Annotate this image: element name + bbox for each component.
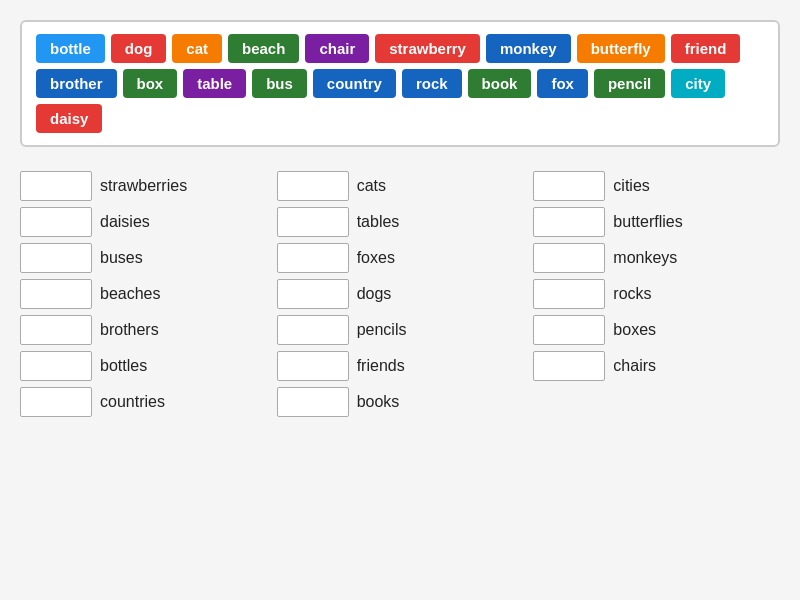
match-label: foxes — [357, 249, 395, 267]
word-chip-cat[interactable]: cat — [172, 34, 222, 63]
match-row: foxes — [277, 243, 524, 273]
match-label: beaches — [100, 285, 161, 303]
word-chip-country[interactable]: country — [313, 69, 396, 98]
match-label: pencils — [357, 321, 407, 339]
drop-box-2-1[interactable] — [533, 207, 605, 237]
match-row: rocks — [533, 279, 780, 309]
word-chip-book[interactable]: book — [468, 69, 532, 98]
drop-box-1-2[interactable] — [277, 243, 349, 273]
match-label: brothers — [100, 321, 159, 339]
drop-box-0-1[interactable] — [20, 207, 92, 237]
match-label: countries — [100, 393, 165, 411]
drop-box-2-3[interactable] — [533, 279, 605, 309]
drop-box-1-1[interactable] — [277, 207, 349, 237]
word-chip-chair[interactable]: chair — [305, 34, 369, 63]
word-bank: bottledogcatbeachchairstrawberrymonkeybu… — [20, 20, 780, 147]
match-label: bottles — [100, 357, 147, 375]
drop-box-1-6[interactable] — [277, 387, 349, 417]
match-row: tables — [277, 207, 524, 237]
match-label: books — [357, 393, 400, 411]
match-row: monkeys — [533, 243, 780, 273]
match-row: books — [277, 387, 524, 417]
match-row: buses — [20, 243, 267, 273]
match-row: boxes — [533, 315, 780, 345]
match-label: rocks — [613, 285, 651, 303]
match-row: brothers — [20, 315, 267, 345]
word-chip-city[interactable]: city — [671, 69, 725, 98]
word-chip-bottle[interactable]: bottle — [36, 34, 105, 63]
match-row: beaches — [20, 279, 267, 309]
word-chip-brother[interactable]: brother — [36, 69, 117, 98]
drop-box-1-4[interactable] — [277, 315, 349, 345]
match-row: cats — [277, 171, 524, 201]
word-chip-dog[interactable]: dog — [111, 34, 167, 63]
drop-box-0-2[interactable] — [20, 243, 92, 273]
word-chip-strawberry[interactable]: strawberry — [375, 34, 480, 63]
drop-box-2-4[interactable] — [533, 315, 605, 345]
drop-box-1-0[interactable] — [277, 171, 349, 201]
match-label: monkeys — [613, 249, 677, 267]
drop-box-2-2[interactable] — [533, 243, 605, 273]
match-row: dogs — [277, 279, 524, 309]
matching-section: strawberriesdaisiesbusesbeachesbrothersb… — [20, 171, 780, 419]
match-label: boxes — [613, 321, 656, 339]
match-row: daisies — [20, 207, 267, 237]
word-chip-box[interactable]: box — [123, 69, 178, 98]
word-chip-fox[interactable]: fox — [537, 69, 588, 98]
match-row: bottles — [20, 351, 267, 381]
word-chip-monkey[interactable]: monkey — [486, 34, 571, 63]
word-chip-friend[interactable]: friend — [671, 34, 741, 63]
match-label: cities — [613, 177, 649, 195]
word-chip-bus[interactable]: bus — [252, 69, 307, 98]
match-row: countries — [20, 387, 267, 417]
match-label: butterflies — [613, 213, 682, 231]
match-label: chairs — [613, 357, 656, 375]
match-label: buses — [100, 249, 143, 267]
match-label: cats — [357, 177, 386, 195]
match-label: dogs — [357, 285, 392, 303]
word-chip-table[interactable]: table — [183, 69, 246, 98]
match-row: friends — [277, 351, 524, 381]
match-row: cities — [533, 171, 780, 201]
drop-box-1-3[interactable] — [277, 279, 349, 309]
drop-box-0-5[interactable] — [20, 351, 92, 381]
word-chip-daisy[interactable]: daisy — [36, 104, 102, 133]
match-label: daisies — [100, 213, 150, 231]
drop-box-0-3[interactable] — [20, 279, 92, 309]
match-column-2: citiesbutterfliesmonkeysrocksboxeschairs — [533, 171, 780, 419]
match-label: tables — [357, 213, 400, 231]
word-chip-beach[interactable]: beach — [228, 34, 299, 63]
drop-box-0-4[interactable] — [20, 315, 92, 345]
match-row: strawberries — [20, 171, 267, 201]
word-chip-rock[interactable]: rock — [402, 69, 462, 98]
match-row: pencils — [277, 315, 524, 345]
drop-box-0-6[interactable] — [20, 387, 92, 417]
word-chip-pencil[interactable]: pencil — [594, 69, 665, 98]
match-label: friends — [357, 357, 405, 375]
match-column-0: strawberriesdaisiesbusesbeachesbrothersb… — [20, 171, 267, 419]
drop-box-0-0[interactable] — [20, 171, 92, 201]
drop-box-2-5[interactable] — [533, 351, 605, 381]
drop-box-2-0[interactable] — [533, 171, 605, 201]
drop-box-1-5[interactable] — [277, 351, 349, 381]
match-column-1: catstablesfoxesdogspencilsfriendsbooks — [277, 171, 524, 419]
match-row: chairs — [533, 351, 780, 381]
match-label: strawberries — [100, 177, 187, 195]
word-chip-butterfly[interactable]: butterfly — [577, 34, 665, 63]
match-row: butterflies — [533, 207, 780, 237]
